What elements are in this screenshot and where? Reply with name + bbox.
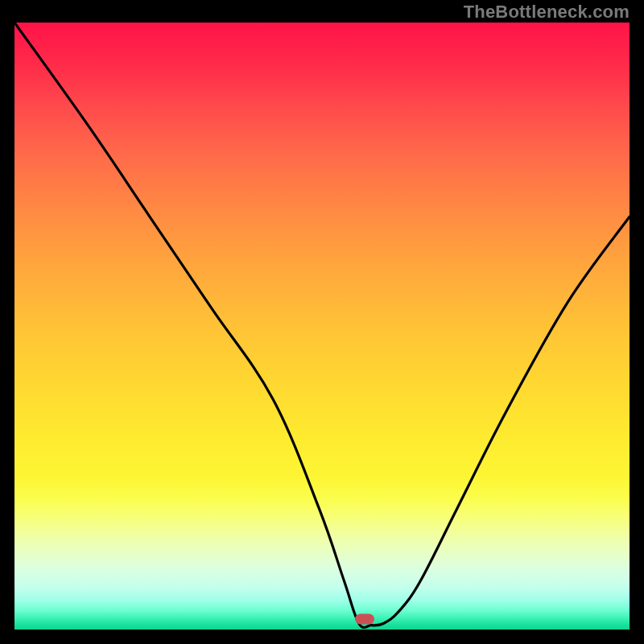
optimum-marker — [355, 613, 374, 624]
chart-frame: TheBottleneck.com — [0, 0, 644, 644]
bottleneck-curve — [14, 23, 630, 630]
curve-path — [14, 23, 630, 628]
plot-area — [14, 23, 630, 630]
attribution-text: TheBottleneck.com — [464, 2, 630, 23]
